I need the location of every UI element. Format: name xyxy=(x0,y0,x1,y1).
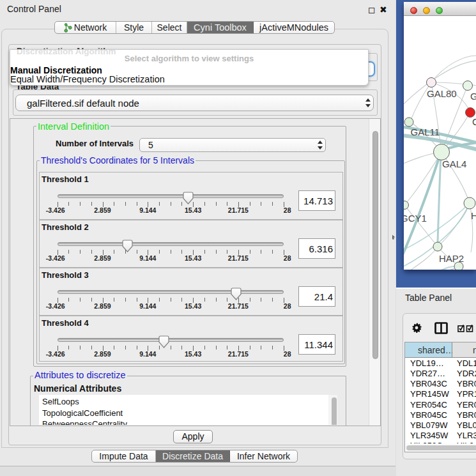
svg-text:GAL11: GAL11 xyxy=(411,127,440,137)
svg-text:H: H xyxy=(471,210,476,221)
svg-text:GAL80: GAL80 xyxy=(427,88,457,99)
svg-text:HAP2: HAP2 xyxy=(439,253,464,264)
svg-text:G.: G. xyxy=(470,91,476,102)
svg-text:C: C xyxy=(472,116,476,127)
svg-text:GCY1: GCY1 xyxy=(404,213,427,224)
svg-text:GAL4: GAL4 xyxy=(442,158,466,169)
